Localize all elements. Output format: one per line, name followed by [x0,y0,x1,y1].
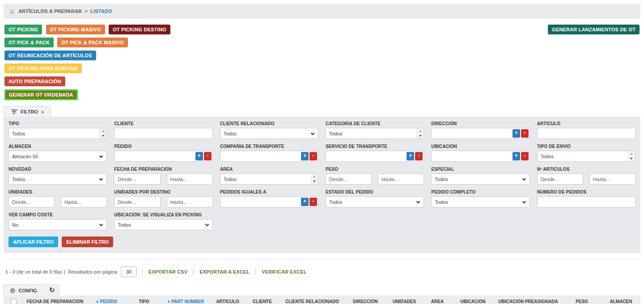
clear-filter-button[interactable]: ELIMINAR FILTRO [62,236,113,247]
cliente-relacionado-select[interactable]: Todos [220,128,318,139]
remove-direccion-button[interactable]: - [521,129,529,138]
column-header-fecha-preparacion[interactable]: FECHA DE PREPARACIÓN [24,299,86,304]
filter-field-articulo: ARTÍCULO [537,121,636,139]
remove-pedido-button[interactable]: - [204,152,212,160]
pedidos-iguales-label: PEDIDOS IGUALES A [220,190,318,195]
add-ubicacion-button[interactable]: + [513,152,520,160]
unidades-destino-hasta-input[interactable] [167,196,213,207]
column-header-area[interactable]: ÁREA [423,299,452,304]
remove-servicio-button[interactable]: - [415,152,423,160]
fecha-desde-input[interactable] [114,173,160,185]
unidades-label: UNIDADES [8,190,107,195]
cliente-relacionado-value: Todos [224,131,237,136]
articulo-input[interactable] [537,128,636,139]
unidades-destino-desde-input[interactable] [114,196,160,207]
spinner-icon[interactable] [416,128,424,139]
peso-desde-input[interactable] [326,173,372,185]
articulo-label: ARTÍCULO [537,121,636,127]
ot-picking-button[interactable]: OT PICKING [4,25,42,34]
add-pedidos-iguales-button[interactable]: + [301,198,309,206]
column-header-pedido[interactable]: ∧PEDIDO [86,299,127,304]
novedad-select[interactable]: Todos [8,173,107,185]
numero-pedidos-input[interactable] [537,196,636,207]
filter-field-numero-pedidos: NÚMERO DE PEDIDOS [537,190,636,207]
unidades-desde-input[interactable] [8,196,55,207]
num-articulos-label: Nº ARTICULOS [537,167,636,172]
remove-pedidos-iguales-button[interactable]: - [309,198,317,206]
unidades-hasta-input[interactable] [61,196,107,207]
column-header-tipo[interactable]: TIPO [127,299,161,304]
spinner-icon[interactable] [311,174,318,184]
filter-field-pedido: PEDIDO + - [114,144,212,162]
refresh-button[interactable]: ↻ [44,284,59,296]
num-articulos-hasta-input[interactable] [589,173,636,185]
area-value: Todos [224,177,237,182]
area-listbox[interactable]: Todos [220,173,318,185]
filter-field-ubicacion-picking: UBICACIÓN: SE VISUALIZA EN PICKING Todos [114,212,212,230]
filter-field-pedidos-iguales: PEDIDOS IGUALES A + - [220,190,318,207]
column-header-peso[interactable]: PESO [562,299,602,304]
ot-picking-sorting-button[interactable]: OT PICKING PARA SORTING [4,63,82,73]
tipo-listbox[interactable]: Todos [8,128,107,139]
remove-compania-button[interactable]: - [309,152,317,160]
button-row-6: GENERAR OT ORDENADA [4,89,640,100]
cliente-input[interactable] [114,128,212,139]
home-icon[interactable]: ⌂ [10,8,14,15]
apply-filter-button[interactable]: APLICAR FILTRO [8,236,58,247]
ot-pick-pack-masivo-button[interactable]: OT PICK & PACK MASIVO [57,38,128,47]
especial-select[interactable]: Todos [431,173,530,185]
ubicacion-picking-select[interactable]: Todos [114,219,212,230]
export-excel-link[interactable]: EXPORTAR A EXCEL [194,269,255,274]
almacen-select[interactable]: Almacén 50 [8,151,107,162]
column-header-cliente[interactable]: CLIENTE [246,299,279,304]
ot-picking-destino-button[interactable]: OT PICKING DESTINO [109,25,170,34]
export-csv-link[interactable]: EXPORTAR CSV [143,269,193,274]
chevron-down-icon [205,223,208,226]
column-header-almacen[interactable]: ALMACÉN [602,299,640,304]
ot-pick-pack-button[interactable]: OT PICK & PACK [4,38,54,47]
spinner-icon[interactable] [628,151,635,161]
pedido-completo-select[interactable]: Todos [431,196,530,207]
generar-ot-ordenada-button[interactable]: GENERAR OT ORDENADA [4,89,78,100]
select-all-checkbox[interactable] [11,299,17,304]
almacen-label: ALMACÉN [8,144,107,149]
area-label: ÁREA [220,167,318,172]
pagination-bar: 1 - 0 (de un total de 0 filas ) Resultad… [5,266,640,277]
peso-hasta-input[interactable] [378,173,424,185]
remove-ubicacion-button[interactable]: - [521,152,529,160]
categoria-cliente-label: CATEGORÍA DE CLIENTE [326,121,424,127]
breadcrumb-current[interactable]: LISTADO [90,8,112,14]
per-page-input[interactable] [121,266,137,277]
ver-campo-coste-select[interactable]: No [8,219,107,230]
sort-asc-icon: ∧ [96,300,99,304]
num-articulos-desde-input[interactable] [537,173,583,185]
filter-field-especial: ESPECIAL Todos [431,167,530,185]
column-header-unidades[interactable]: UNIDADES [386,299,423,304]
fecha-hasta-input[interactable] [167,173,213,185]
column-header-articulo[interactable]: ARTÍCULO [210,299,246,304]
auto-preparacion-button[interactable]: AUTO PREPARACIÓN [4,76,65,86]
verify-excel-link[interactable]: VERIFICAR EXCEL [256,269,313,274]
add-servicio-button[interactable]: + [407,152,414,160]
tipo-envio-listbox[interactable]: Todos [537,151,636,162]
add-compania-button[interactable]: + [301,152,309,160]
column-header-cliente-relacionado[interactable]: CLIENTE RELACIONADO [279,299,345,304]
column-header-ubicacion-preasignada[interactable]: UBICACIÓN PREASIGNADA [494,299,562,304]
add-direccion-button[interactable]: + [513,129,520,138]
estado-pedido-select[interactable]: Todos [326,196,424,207]
generar-lanzamientos-button[interactable]: GENERAR LANZAMIENTOS DE OT [548,25,640,34]
filter-field-fecha-preparacion: FECHA DE PREPARACIÓN [114,167,212,185]
filter-field-cliente: CLIENTE [114,121,212,139]
column-header-ubicacion[interactable]: UBICACIÓN [452,299,494,304]
ot-picking-masivo-button[interactable]: OT PICKING MASIVO [46,25,105,34]
column-header-direccion[interactable]: DIRECCIÓN [345,299,386,304]
filter-collapse-tab[interactable]: FILTRO ∧ [4,106,51,117]
filter-field-ubicacion: UBICACIÓN + - [431,144,530,162]
add-pedido-button[interactable]: + [195,152,203,160]
spinner-icon[interactable] [99,128,106,139]
almacen-value: Almacén 50 [12,154,38,159]
column-header-part-number[interactable]: ∧PART NUMBER [161,299,210,304]
ot-reubicacion-button[interactable]: OT REUBICACIÓN DE ARTÍCULOS [4,51,96,60]
categoria-cliente-listbox[interactable]: Todos [326,128,424,139]
config-button[interactable]: ⚙ CONFIG [4,284,43,296]
